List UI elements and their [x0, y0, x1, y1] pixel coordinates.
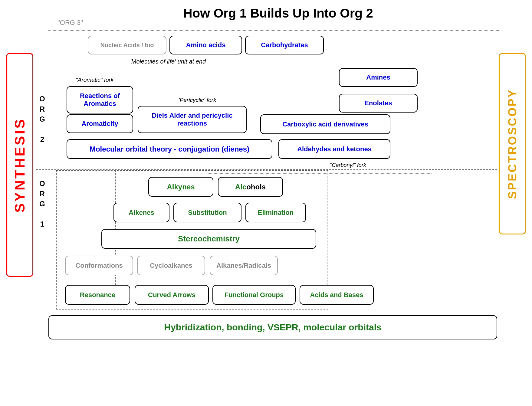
org1-label: ORG1: [39, 178, 45, 229]
v-dashed-right: [327, 170, 327, 303]
dotted-top-line: [48, 30, 499, 31]
org-divider: [36, 169, 497, 170]
box-substitution: Substitution: [173, 203, 241, 222]
box-cycloalkanes: Cycloalkanes: [137, 256, 205, 275]
box-hybridization: Hybridization, bonding, VSEPR, molecular…: [48, 315, 497, 339]
box-elimination: Elimination: [245, 203, 306, 222]
carbonyl-fork-label: "Carbonyl" fork: [330, 162, 366, 169]
dotted-alcohol-line: [206, 173, 432, 174]
box-alkenes: Alkenes: [113, 203, 169, 222]
box-diels-alder: Diels Alder and pericyclic reactions: [138, 106, 247, 133]
spectroscopy-label: SPECTROSCOPY: [499, 53, 526, 234]
molecules-of-life-label: 'Molecules of life' unit at end: [130, 58, 206, 65]
box-carboxylic-acid: Carboxylic acid derivatives: [260, 114, 390, 134]
box-acids-bases: Acids and Bases: [300, 285, 374, 305]
synthesis-label: SYNTHESIS: [6, 53, 33, 277]
aromatic-fork-label: "Aromatic" fork: [76, 77, 113, 83]
ohols-text: ohols: [246, 183, 266, 191]
synthesis-text: SYNTHESIS: [11, 117, 28, 213]
box-amines: Amines: [339, 68, 418, 87]
box-aldehydes-ketones: Aldehydes and ketones: [278, 139, 390, 159]
box-amino-acids: Amino acids: [169, 36, 242, 54]
org2-label: ORG2: [39, 94, 45, 145]
hybridization-text: Hybridization, bonding, VSEPR, molecular…: [164, 322, 381, 332]
box-conformations: Conformations: [65, 256, 133, 275]
alc-text: Alc: [235, 183, 246, 191]
box-enolates: Enolates: [339, 94, 418, 113]
box-carbohydrates: Carbohydrates: [245, 36, 324, 54]
box-alkynes: Alkynes: [148, 177, 213, 197]
box-alcohols: Alcohols: [218, 177, 283, 197]
box-stereochemistry: Stereochemistry: [101, 229, 316, 249]
box-molecular-orbital: Molecular orbital theory - conjugation (…: [67, 139, 272, 159]
box-curved-arrows: Curved Arrows: [135, 285, 209, 305]
box-resonance: Resonance: [65, 285, 130, 305]
main-container: How Org 1 Builds Up Into Org 2 "ORG 3" S…: [0, 0, 532, 406]
box-nucleic-acids: Nucleic Acids / bio: [88, 36, 166, 54]
box-alkanes-radicals: Alkanes/Radicals: [210, 256, 278, 275]
page-title: How Org 1 Builds Up Into Org 2: [6, 6, 526, 21]
org3-label: "ORG 3": [57, 19, 83, 27]
box-functional-groups: Functional Groups: [212, 285, 296, 305]
box-reactions-aromatics: Reactions of Aromatics: [67, 86, 133, 113]
box-aromaticity: Aromaticity: [67, 114, 133, 133]
spectroscopy-text: SPECTROSCOPY: [506, 89, 519, 199]
pericyclic-fork-label: 'Pericyclic' fork: [179, 97, 216, 103]
